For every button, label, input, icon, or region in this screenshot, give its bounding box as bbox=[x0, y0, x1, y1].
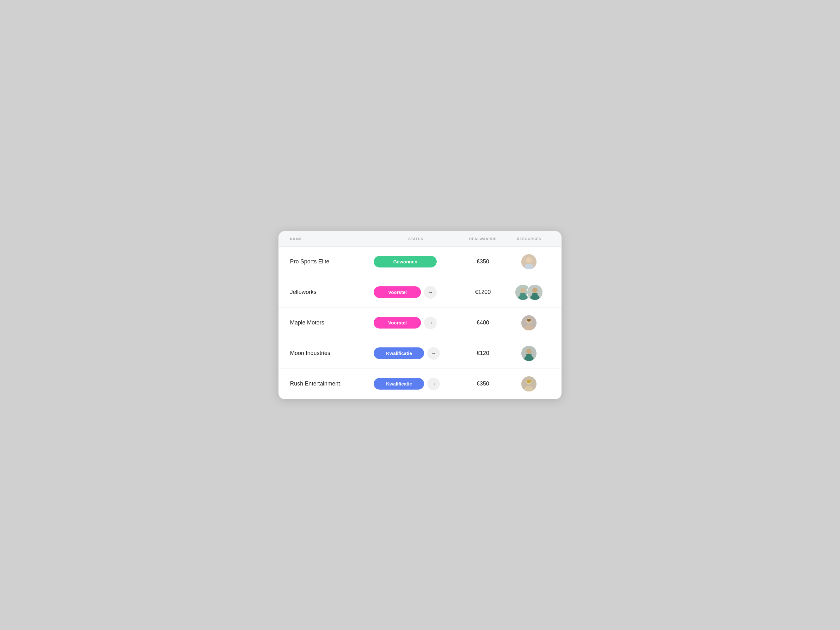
svg-point-3 bbox=[527, 257, 531, 262]
arrow-button[interactable]: → bbox=[427, 347, 440, 360]
column-header-naam: NAAM bbox=[290, 237, 374, 241]
status-cell: Voorstel → bbox=[374, 317, 458, 329]
status-cell: Voorstel → bbox=[374, 286, 458, 299]
resources-cell bbox=[508, 376, 550, 392]
arrow-button[interactable]: → bbox=[424, 317, 437, 329]
deal-name: Jelloworks bbox=[290, 289, 374, 296]
status-badge[interactable]: Voorstel bbox=[374, 317, 421, 329]
table-row: Moon Industries Kwalificatie → €120 bbox=[279, 338, 561, 369]
deal-value: €1200 bbox=[458, 289, 508, 296]
status-badge[interactable]: Voorstel bbox=[374, 287, 421, 298]
resources-cell bbox=[508, 345, 550, 362]
main-card: NAAM STATUS DEALWAARDE RESOURCES Pro Spo… bbox=[278, 231, 562, 399]
table-row: Pro Sports Elite Gewonnen €350 bbox=[279, 247, 561, 277]
deal-value: €350 bbox=[458, 380, 508, 387]
column-header-dealwaarde: DEALWAARDE bbox=[458, 237, 508, 241]
status-cell: Gewonnen bbox=[374, 256, 458, 268]
avatar bbox=[521, 315, 537, 331]
deal-value: €120 bbox=[458, 350, 508, 356]
deal-name: Moon Industries bbox=[290, 350, 374, 356]
column-header-status: STATUS bbox=[374, 237, 458, 241]
resources-cell bbox=[508, 315, 550, 331]
avatar bbox=[527, 284, 543, 301]
svg-rect-11 bbox=[532, 293, 538, 295]
deal-name: Maple Motors bbox=[290, 320, 374, 326]
deal-name: Pro Sports Elite bbox=[290, 258, 374, 265]
status-cell: Kwalificatie → bbox=[374, 378, 458, 390]
avatar bbox=[521, 254, 537, 270]
deal-value: €350 bbox=[458, 258, 508, 265]
status-badge[interactable]: Gewonnen bbox=[374, 256, 437, 268]
svg-point-9 bbox=[532, 288, 538, 293]
svg-point-5 bbox=[520, 288, 526, 293]
avatar bbox=[521, 376, 537, 392]
svg-rect-18 bbox=[526, 354, 532, 356]
deal-name: Rush Entertainment bbox=[290, 380, 374, 387]
svg-rect-7 bbox=[520, 293, 526, 295]
table-row: Maple Motors Voorstel → €400 bbox=[279, 308, 561, 338]
status-cell: Kwalificatie → bbox=[374, 347, 458, 360]
status-badge[interactable]: Kwalificatie bbox=[374, 347, 424, 359]
arrow-button[interactable]: → bbox=[427, 378, 440, 390]
column-header-resources: RESOURCES bbox=[508, 237, 550, 241]
table-row: Jelloworks Voorstel → €1200 bbox=[279, 277, 561, 308]
deal-value: €400 bbox=[458, 320, 508, 326]
table-row: Rush Entertainment Kwalificatie → €350 bbox=[279, 369, 561, 399]
table-header: NAAM STATUS DEALWAARDE RESOURCES bbox=[279, 231, 561, 247]
resources-cell bbox=[508, 284, 550, 301]
arrow-button[interactable]: → bbox=[424, 286, 437, 299]
deals-table: NAAM STATUS DEALWAARDE RESOURCES Pro Spo… bbox=[279, 231, 561, 399]
status-badge[interactable]: Kwalificatie bbox=[374, 378, 424, 390]
avatar bbox=[521, 345, 537, 362]
resources-cell bbox=[508, 254, 550, 270]
svg-point-16 bbox=[526, 349, 532, 354]
